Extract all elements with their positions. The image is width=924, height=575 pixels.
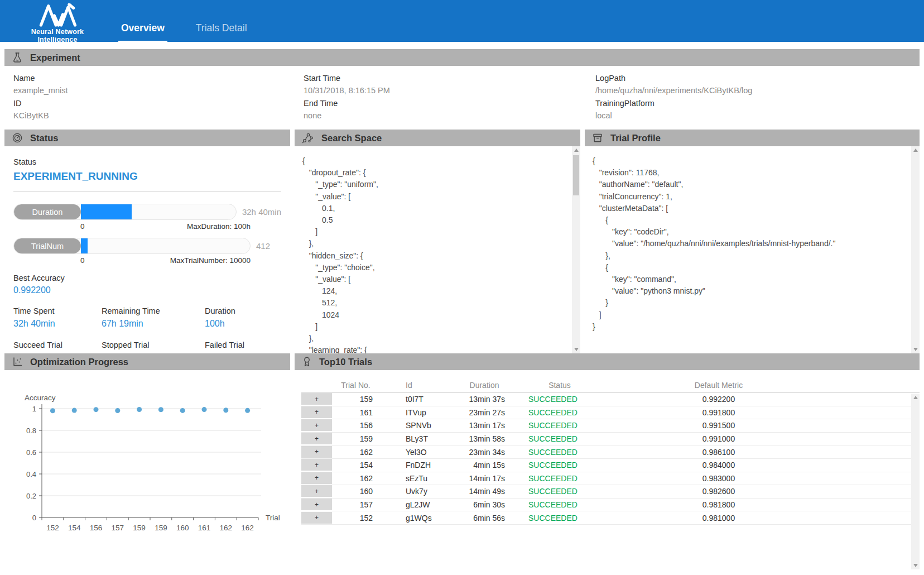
field-value: /home/quzha/nni/experiments/KCiBytKB/log bbox=[595, 86, 920, 95]
search-space-scrollbar[interactable] bbox=[572, 146, 580, 353]
field-value: none bbox=[304, 111, 595, 120]
status-stats: Time Spent 32h 40min Remaining Time 67h … bbox=[13, 306, 281, 353]
table-row: + 160 Uvk7y 14min 49s SUCCEEDED 0.982600 bbox=[301, 485, 920, 499]
field-label: End Time bbox=[304, 99, 595, 108]
table-row: + 156 SPNVb 13min 17s SUCCEEDED 0.991500 bbox=[301, 419, 920, 433]
field-label: TrainingPlatform bbox=[595, 99, 920, 108]
expand-row-button[interactable]: + bbox=[301, 406, 332, 419]
progress-max: MaxDuration: 100h bbox=[187, 222, 251, 231]
svg-text:162: 162 bbox=[241, 524, 254, 532]
divider bbox=[13, 191, 281, 191]
cell-id: Uvk7y bbox=[379, 487, 456, 496]
table-row: + 161 ITVup 23min 27s SUCCEEDED 0.991800 bbox=[301, 406, 920, 420]
cell-trial-no: 160 bbox=[332, 487, 379, 496]
cell-trial-no: 154 bbox=[332, 461, 379, 469]
expand-row-button[interactable]: + bbox=[301, 499, 332, 511]
expand-row-button[interactable]: + bbox=[301, 459, 332, 471]
progress-track: Duration bbox=[13, 204, 237, 220]
trials-table-scrollbar[interactable] bbox=[911, 394, 920, 569]
cell-status: SUCCEEDED bbox=[512, 500, 607, 509]
trial-profile-json: { "revision": 11768, "authorName": "defa… bbox=[585, 146, 911, 353]
table-row: + 159 t0I7T 13min 37s SUCCEEDED 0.992200 bbox=[301, 393, 920, 406]
experiment-section: Experiment Name example_mnist ID KCiBytK… bbox=[4, 49, 920, 130]
search-space-section-header: Search Space bbox=[295, 130, 580, 146]
progress-min: 0 bbox=[80, 222, 85, 231]
progress-name: Duration bbox=[14, 204, 81, 219]
top10-trials-panel: Top10 Trials Trial No. Id Duration Statu… bbox=[295, 353, 920, 575]
cell-trial-no: 156 bbox=[332, 421, 379, 430]
scroll-down-arrow-icon[interactable] bbox=[913, 348, 918, 351]
svg-text:154: 154 bbox=[68, 524, 81, 532]
scroll-down-arrow-icon[interactable] bbox=[574, 348, 579, 351]
brand-name: Neural Network Intelligence bbox=[13, 28, 102, 44]
scroll-up-arrow-icon[interactable] bbox=[574, 148, 579, 152]
cell-id: t0I7T bbox=[379, 395, 456, 404]
cell-id: FnDZH bbox=[379, 461, 456, 469]
search-space-panel: Search Space { "dropout_rate": { "_type"… bbox=[295, 130, 580, 353]
flask-icon bbox=[12, 52, 23, 63]
stat-failed-trial: Failed Trial 9 bbox=[205, 341, 281, 353]
scroll-up-arrow-icon[interactable] bbox=[913, 148, 918, 152]
expand-row-button[interactable]: + bbox=[301, 485, 332, 497]
trial-profile-panel: Trial Profile { "revision": 11768, "auth… bbox=[585, 130, 920, 353]
cell-id: g1WQs bbox=[379, 514, 456, 523]
expand-row-button[interactable]: + bbox=[301, 472, 332, 485]
cell-default-metric: 0.983000 bbox=[607, 474, 830, 483]
cell-id: gL2JW bbox=[379, 500, 456, 509]
progress-value: 32h 40min bbox=[242, 207, 281, 217]
search-space-json: { "dropout_rate": { "_type": "uniform", … bbox=[295, 146, 572, 353]
experiment-field-col: Name example_mnist ID KCiBytKB bbox=[13, 74, 304, 124]
scroll-thumb[interactable] bbox=[573, 155, 579, 195]
gauge-icon bbox=[12, 132, 23, 143]
stat-duration: Duration 100h bbox=[205, 306, 281, 329]
best-accuracy: Best Accuracy 0.992200 bbox=[13, 274, 281, 295]
cell-default-metric: 0.991000 bbox=[607, 434, 830, 443]
field-value: local bbox=[595, 111, 920, 120]
trials-table: Trial No. Id Duration Status Default Met… bbox=[295, 370, 920, 525]
progress-value: 412 bbox=[256, 241, 270, 251]
nni-logo-icon bbox=[38, 3, 77, 27]
table-row: + 152 g1WQs 6min 56s SUCCEEDED 0.981000 bbox=[301, 511, 920, 525]
tab-overview[interactable]: Overview bbox=[118, 22, 167, 42]
column-header-trial-no: Trial No. bbox=[332, 381, 379, 390]
cell-trial-no: 162 bbox=[332, 474, 379, 483]
expand-row-button[interactable]: + bbox=[301, 446, 332, 458]
trials-table-body: + 159 t0I7T 13min 37s SUCCEEDED 0.992200… bbox=[301, 393, 920, 525]
cell-default-metric: 0.992200 bbox=[607, 395, 830, 404]
archive-box-icon bbox=[592, 132, 603, 143]
column-header-duration: Duration bbox=[456, 381, 512, 390]
svg-text:0.4: 0.4 bbox=[26, 470, 36, 478]
top10-section-header: Top10 Trials bbox=[295, 353, 920, 370]
svg-text:161: 161 bbox=[198, 524, 211, 532]
app-header: Neural Network Intelligence Overview Tri… bbox=[0, 0, 924, 42]
scroll-down-arrow-icon[interactable] bbox=[913, 564, 918, 567]
svg-text:159: 159 bbox=[155, 524, 167, 532]
best-accuracy-label: Best Accuracy bbox=[13, 274, 281, 282]
column-header-default-metric: Default Metric bbox=[607, 381, 830, 390]
tab-trials-detail[interactable]: Trials Detail bbox=[193, 22, 250, 42]
trials-table-header: Trial No. Id Duration Status Default Met… bbox=[301, 378, 920, 393]
optimization-section-header: Optimization Progress bbox=[4, 353, 290, 370]
cell-trial-no: 159 bbox=[332, 434, 379, 443]
trial-profile-scrollbar[interactable] bbox=[911, 146, 920, 353]
trialnum-progress: TrialNum 412 0 MaxTrialNumber: 10000 bbox=[13, 238, 281, 265]
svg-text:160: 160 bbox=[176, 524, 189, 532]
main-content: Experiment Name example_mnist ID KCiBytK… bbox=[0, 49, 924, 575]
expand-row-button[interactable]: + bbox=[301, 433, 332, 445]
svg-text:157: 157 bbox=[112, 524, 124, 532]
cell-status: SUCCEEDED bbox=[512, 461, 607, 469]
cell-id: ITVup bbox=[379, 408, 456, 417]
expand-row-button[interactable]: + bbox=[301, 512, 332, 524]
stat-stopped-trial: Stopped Trial 0 bbox=[102, 341, 205, 353]
expand-row-button[interactable]: + bbox=[301, 393, 332, 405]
cell-default-metric: 0.991800 bbox=[607, 408, 830, 417]
scroll-up-arrow-icon[interactable] bbox=[913, 396, 918, 399]
status-panel: Status Status EXPERIMENT_RUNNING Duratio… bbox=[4, 130, 290, 353]
table-row: + 154 FnDZH 4min 15s SUCCEEDED 0.984000 bbox=[301, 459, 920, 472]
section-title-experiment: Experiment bbox=[30, 52, 80, 63]
svg-text:Trial: Trial bbox=[266, 514, 280, 522]
cell-status: SUCCEEDED bbox=[512, 487, 607, 496]
expand-row-button[interactable]: + bbox=[301, 419, 332, 432]
cell-trial-no: 159 bbox=[332, 395, 379, 404]
svg-text:0.2: 0.2 bbox=[26, 492, 36, 500]
